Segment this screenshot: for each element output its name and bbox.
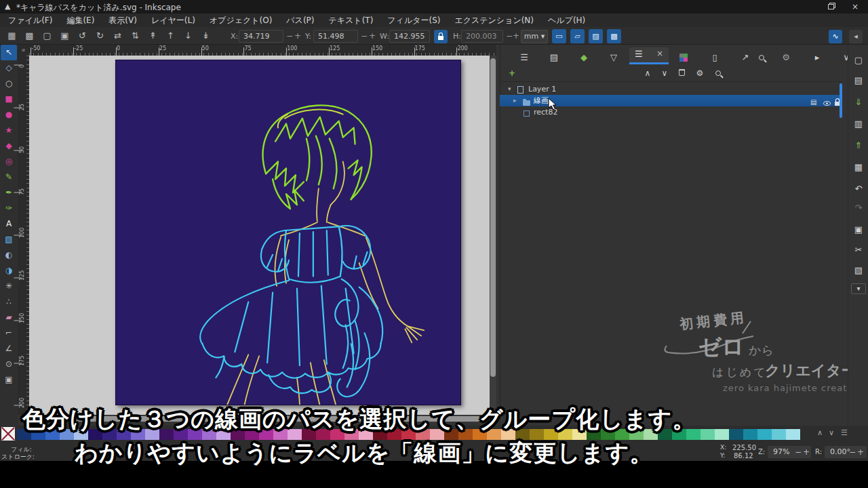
zoom-tool[interactable]: ⊙ [1, 357, 17, 372]
export-button[interactable]: ⇑ [851, 138, 866, 153]
menu-item-5[interactable]: パス(P) [286, 15, 314, 26]
node-editor-tool[interactable]: ◇ [1, 60, 17, 76]
deselect-button[interactable]: ▢ [39, 29, 55, 43]
palette-swatch-48[interactable] [701, 429, 715, 440]
expander-icon[interactable]: ▾ [508, 83, 511, 95]
calligraphy-tool[interactable]: ✑ [1, 201, 17, 216]
text-tool[interactable]: A [1, 216, 17, 232]
menu-item-2[interactable]: 表示(V) [108, 15, 137, 26]
flip-vertical-button[interactable]: ⇅ [127, 29, 143, 43]
add-layer-button[interactable]: + [505, 66, 519, 80]
shape-builder-tool[interactable]: ○ [1, 76, 17, 92]
print-button[interactable]: ▥ [851, 117, 866, 131]
measure-tool[interactable]: ∠ [1, 341, 17, 357]
rotation-minus-button[interactable]: − [849, 447, 856, 457]
spiral-tool[interactable]: ◎ [1, 154, 17, 169]
tab-messages[interactable]: ▸ [810, 51, 825, 64]
rectangle-tool[interactable]: ■ [1, 92, 17, 107]
menu-item-0[interactable]: ファイル(F) [8, 15, 52, 26]
menu-item-8[interactable]: エクステンション(N) [454, 15, 534, 26]
palette-menu-icon[interactable]: ☰ [841, 428, 848, 437]
rotation-plus-button[interactable]: + [857, 447, 864, 457]
cut-button[interactable]: ✂ [851, 243, 866, 258]
import-button[interactable]: ⇓ [851, 95, 866, 110]
tab-drawing[interactable]: ▽ [606, 51, 621, 64]
width-field[interactable]: 142.955 [389, 30, 430, 43]
save-button[interactable]: ▦ [851, 160, 866, 175]
unit-dropdown[interactable]: mm ▾ [521, 30, 548, 43]
new-document-button[interactable]: ▢ [851, 53, 866, 68]
palette-scroll-up[interactable]: ∧ [817, 428, 823, 437]
scale-gradient-toggle[interactable]: ▨ [589, 29, 603, 43]
menu-item-1[interactable]: 編集(E) [66, 15, 94, 26]
close-window-button[interactable]: × [846, 1, 864, 12]
zoom-minus-button[interactable]: − [795, 447, 802, 457]
x-minus-button[interactable]: − [286, 31, 293, 41]
palette-swatch-49[interactable] [715, 429, 729, 440]
no-color-swatch[interactable] [1, 427, 15, 441]
raise-to-top-button[interactable]: ↟ [145, 29, 161, 43]
tab-symbols[interactable]: ◆ [576, 51, 591, 64]
rotate-ccw-button[interactable]: ↺ [75, 29, 90, 43]
palette-swatch-53[interactable] [772, 429, 786, 440]
zoom-plus-button[interactable]: + [803, 447, 810, 457]
paste-button[interactable]: ▧ [851, 263, 866, 278]
panel-scrollbar[interactable] [840, 83, 842, 118]
ellipse-tool[interactable]: ● [1, 107, 17, 123]
select-all-layers-button[interactable]: ▩ [22, 29, 37, 43]
menu-item-4[interactable]: オブジェクト(O) [210, 15, 273, 26]
star-tool[interactable]: ★ [1, 123, 17, 138]
palette-scroll-down[interactable]: ∨ [829, 428, 834, 437]
palette-swatch-50[interactable] [729, 429, 743, 440]
palette-swatch-52[interactable] [757, 429, 772, 440]
scale-stroke-toggle[interactable]: ▭ [552, 29, 566, 43]
tab-swatches[interactable] [676, 51, 691, 64]
select-all-button[interactable]: ▦ [4, 29, 20, 43]
layer-row-layer1[interactable]: ▾ Layer 1 [500, 83, 840, 95]
x-plus-button[interactable]: + [294, 31, 301, 41]
lower-button[interactable]: ↓ [180, 29, 196, 43]
open-document-button[interactable]: ▤ [851, 73, 866, 88]
more-commands-button[interactable]: ▾ [851, 283, 866, 294]
lock-ratio-button[interactable] [434, 30, 448, 43]
x-field[interactable]: 34.719 [239, 30, 283, 43]
vertical-scrollbar-thumb[interactable] [490, 58, 496, 377]
close-tab-icon[interactable]: × [656, 49, 663, 58]
tab-align[interactable]: ☰ [517, 51, 532, 64]
height-minus-button[interactable]: − [506, 31, 513, 41]
move-down-button[interactable]: ∨ [658, 66, 671, 80]
layer-label[interactable]: Layer 1 [528, 83, 556, 95]
raise-button[interactable]: ↑ [163, 29, 178, 43]
scale-corners-toggle[interactable]: ▱ [570, 29, 585, 43]
group-label[interactable]: 線画 [534, 95, 549, 106]
expander-icon[interactable]: ▸ [513, 95, 517, 106]
restore-window-button[interactable] [822, 1, 840, 12]
connector-tool[interactable]: ⌐ [1, 325, 17, 341]
palette-swatch-54[interactable] [786, 429, 800, 440]
pencil-tool[interactable]: ✎ [1, 169, 17, 185]
collapse-toolbar-button[interactable]: ◂ [849, 30, 863, 43]
delete-layer-button[interactable] [675, 66, 688, 80]
gradient-tool[interactable]: ▧ [1, 232, 17, 247]
undo-button[interactable]: ↶ [851, 182, 866, 197]
tab-history[interactable]: ↗ [738, 51, 753, 64]
vertical-scrollbar[interactable] [490, 56, 496, 415]
y-field[interactable]: 51.498 [313, 30, 358, 43]
move-up-button[interactable]: ∧ [641, 66, 654, 80]
lower-to-bottom-button[interactable]: ↡ [198, 29, 214, 43]
height-plus-button[interactable]: + [513, 31, 519, 41]
menu-item-6[interactable]: テキスト(T) [329, 15, 374, 26]
eraser-tool[interactable]: ▰ [1, 310, 17, 325]
tweak-tool[interactable]: ✳ [1, 279, 17, 294]
tab-find[interactable] [754, 51, 769, 64]
y-plus-button[interactable]: + [369, 31, 376, 41]
menu-item-7[interactable]: フィルター(S) [387, 15, 440, 26]
palette-swatch-51[interactable] [743, 429, 757, 440]
scale-pattern-toggle[interactable]: ▩ [607, 29, 621, 43]
rotate-cw-button[interactable]: ↻ [92, 29, 108, 43]
menu-item-9[interactable]: ヘルプ(H) [548, 15, 585, 26]
pen-tool[interactable]: ✒ [1, 185, 17, 201]
flip-horizontal-button[interactable]: ⇄ [110, 29, 125, 43]
menu-item-3[interactable]: レイヤー(L) [151, 15, 195, 26]
selection-touch-button[interactable]: ▣ [57, 29, 73, 43]
